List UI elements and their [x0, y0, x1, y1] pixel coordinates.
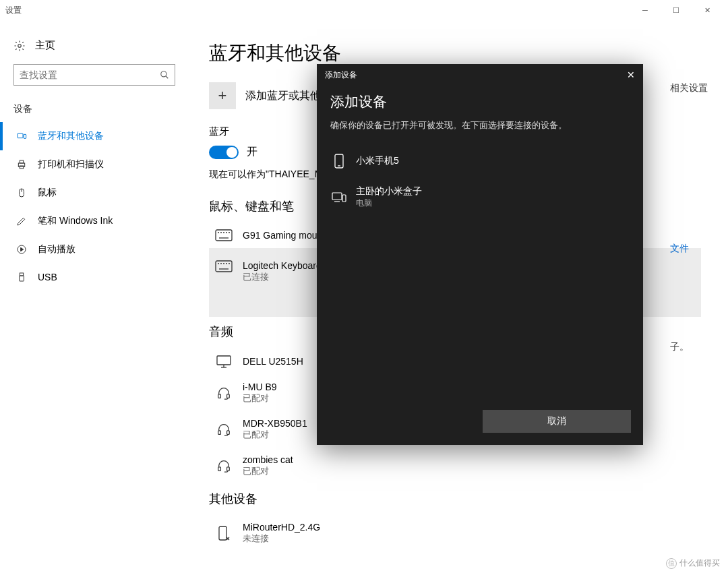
category-other: 其他设备 — [209, 491, 701, 507]
gear-icon — [13, 40, 26, 52]
window-title: 设置 — [5, 5, 22, 16]
search-input[interactable] — [20, 69, 160, 80]
sidebar: 主页 设备 蓝牙和其他设备 打印机和扫描仪 鼠标 笔和 Windows Ink — [0, 20, 189, 573]
svg-rect-37 — [219, 526, 226, 540]
page-title: 蓝牙和其他设备 — [209, 40, 701, 66]
keyboard-icon — [214, 260, 233, 272]
svg-point-1 — [161, 71, 166, 77]
device-name: zombies cat — [243, 454, 293, 465]
svg-rect-40 — [332, 193, 342, 200]
discovered-device-name: 小米手机5 — [356, 155, 399, 167]
device-status: 未连接 — [243, 533, 320, 545]
monitor-icon — [214, 355, 233, 368]
maximize-button[interactable]: ☐ — [661, 0, 692, 20]
device-status: 已配对 — [243, 465, 293, 477]
bluetooth-state: 开 — [247, 145, 257, 159]
headset-icon — [214, 458, 233, 473]
dialog-close-button[interactable]: ✕ — [627, 69, 635, 80]
dialog-title: 添加设备 — [325, 69, 357, 81]
svg-rect-6 — [20, 160, 23, 163]
watermark-icon: 值 — [666, 558, 677, 569]
svg-line-2 — [166, 76, 169, 79]
svg-rect-4 — [24, 134, 26, 138]
home-link[interactable]: 主页 — [0, 34, 189, 64]
plus-icon[interactable]: + — [209, 82, 236, 109]
sidebar-item-label: USB — [38, 272, 57, 282]
svg-rect-14 — [216, 230, 232, 241]
sidebar-item-mouse[interactable]: 鼠标 — [0, 179, 189, 207]
sidebar-item-printers[interactable]: 打印机和扫描仪 — [0, 150, 189, 179]
sidebar-item-autoplay[interactable]: 自动播放 — [0, 235, 189, 264]
sidebar-item-label: 蓝牙和其他设备 — [38, 130, 104, 142]
device-name: MDR-XB950B1 — [243, 418, 307, 429]
svg-rect-34 — [227, 431, 230, 435]
keyboard-icon — [214, 229, 233, 241]
device-row[interactable]: zombies cat已配对 — [209, 448, 701, 484]
svg-rect-3 — [18, 133, 23, 138]
dialog-heading: 添加设备 — [330, 92, 630, 111]
device-name: MiRouterHD_2.4G — [243, 522, 320, 533]
device-name: i-MU B9 — [243, 382, 277, 392]
dialog-subtext: 确保你的设备已打开并可被发现。在下面选择要连接的设备。 — [330, 119, 630, 131]
svg-rect-7 — [20, 166, 23, 169]
svg-rect-36 — [227, 467, 230, 471]
sidebar-item-label: 自动播放 — [38, 243, 75, 255]
sidebar-item-bluetooth[interactable]: 蓝牙和其他设备 — [0, 122, 189, 150]
cancel-button[interactable]: 取消 — [483, 410, 631, 433]
svg-rect-33 — [218, 431, 221, 435]
pen-icon — [16, 216, 27, 227]
bluetooth-toggle[interactable] — [209, 146, 239, 159]
device-name: G91 Gaming mouse — [243, 230, 327, 241]
svg-rect-21 — [216, 261, 232, 272]
sidebar-item-pen[interactable]: 笔和 Windows Ink — [0, 207, 189, 235]
device-status: 已配对 — [243, 392, 277, 404]
computer-icon — [332, 191, 346, 204]
related-link[interactable]: 文件 — [670, 243, 708, 255]
related-settings: 相关设置 文件 子。 — [670, 82, 708, 353]
related-text-fragment: 子。 — [670, 341, 708, 353]
svg-rect-12 — [20, 273, 23, 276]
add-device-dialog: 添加设备 ✕ 添加设备 确保你的设备已打开并可被发现。在下面选择要连接的设备。 … — [317, 64, 643, 445]
svg-rect-31 — [218, 394, 221, 398]
autoplay-icon — [16, 244, 27, 255]
watermark-text: 什么值得买 — [679, 557, 720, 569]
discovered-device[interactable]: 小米手机5 — [330, 145, 630, 177]
printer-icon — [16, 159, 27, 170]
svg-rect-28 — [217, 356, 231, 365]
sidebar-item-usb[interactable]: USB — [0, 264, 189, 291]
svg-rect-41 — [342, 195, 346, 202]
home-label: 主页 — [35, 39, 55, 52]
device-row[interactable]: MiRouterHD_2.4G未连接 — [209, 515, 701, 551]
svg-marker-11 — [21, 247, 24, 251]
discovered-device[interactable]: 主卧的小米盒子电脑 — [330, 177, 630, 217]
devices-icon — [16, 131, 27, 142]
sidebar-item-label: 鼠标 — [38, 187, 57, 199]
search-icon — [160, 70, 169, 80]
search-input-wrapper[interactable] — [13, 64, 175, 86]
svg-rect-32 — [227, 394, 230, 398]
svg-rect-5 — [18, 163, 24, 167]
close-button[interactable]: ✕ — [692, 0, 723, 20]
phone-icon — [332, 153, 346, 169]
mouse-icon — [16, 187, 27, 198]
svg-point-0 — [18, 44, 22, 47]
sidebar-item-label: 打印机和扫描仪 — [38, 158, 104, 171]
headset-icon — [214, 386, 233, 400]
usb-icon — [16, 272, 27, 282]
svg-rect-35 — [218, 467, 221, 471]
section-label: 设备 — [0, 103, 189, 122]
svg-rect-13 — [20, 276, 24, 281]
dialog-titlebar: 添加设备 ✕ — [317, 64, 643, 86]
device-status: 已配对 — [243, 429, 307, 441]
headset-icon — [214, 422, 233, 437]
device-name: DELL U2515H — [243, 356, 303, 367]
watermark: 值 什么值得买 — [666, 557, 720, 569]
related-heading: 相关设置 — [670, 82, 708, 94]
minimize-button[interactable]: ─ — [630, 0, 661, 20]
discovered-device-type: 电脑 — [356, 198, 422, 209]
phone-link-icon — [214, 525, 233, 541]
discovered-device-name: 主卧的小米盒子 — [356, 185, 422, 198]
sidebar-item-label: 笔和 Windows Ink — [38, 215, 113, 227]
window-titlebar: 设置 ─ ☐ ✕ — [0, 0, 728, 20]
